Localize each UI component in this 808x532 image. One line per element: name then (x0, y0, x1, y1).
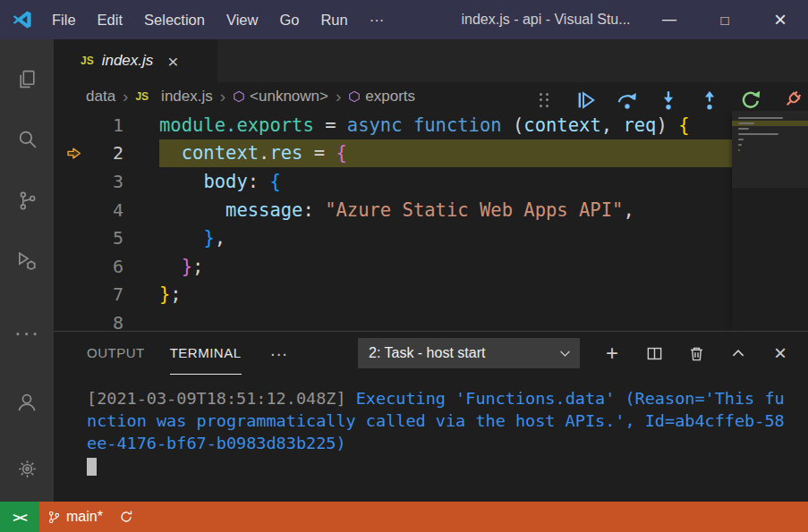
breadcrumb-label: <unknown> (250, 88, 328, 106)
terminal-selector-dropdown[interactable]: 2: Task - host start (358, 338, 580, 368)
menu-go[interactable]: Go (268, 0, 310, 39)
minimize-button[interactable]: — (642, 0, 697, 39)
bottom-panel: OUTPUTTERMINAL ··· 2: Task - host start … (54, 331, 808, 502)
panel-tab-terminal[interactable]: TERMINAL (170, 332, 242, 375)
line-number[interactable]: 4 (91, 199, 123, 221)
remote-indicator[interactable]: >< (0, 502, 39, 532)
minimap-line-bar (738, 117, 783, 120)
new-terminal-icon[interactable]: + (602, 343, 622, 363)
breadcrumb-separator-icon: › (123, 87, 128, 106)
source-control-icon[interactable] (0, 170, 54, 231)
menu-edit[interactable]: Edit (87, 0, 133, 39)
gutter-glyph-margin[interactable] (54, 196, 91, 224)
gutter-glyph-margin[interactable] (54, 308, 91, 331)
kill-terminal-trash-icon[interactable] (686, 343, 706, 363)
breadcrumb-label: index.js (161, 88, 213, 106)
maximize-panel-chevron-icon[interactable] (728, 343, 748, 363)
breadcrumb-item-unknown[interactable]: <unknown> (233, 88, 328, 106)
maximize-button[interactable]: □ (697, 0, 753, 39)
menu-selection[interactable]: Selection (133, 0, 216, 39)
debug-restart-icon[interactable] (740, 89, 761, 111)
gutter-glyph-margin[interactable] (54, 224, 91, 252)
gutter-glyph-margin[interactable] (54, 167, 91, 196)
status-bar: >< main* (0, 502, 808, 532)
line-number[interactable]: 6 (91, 256, 123, 277)
code-editor[interactable]: 1module.exports = async function (contex… (54, 111, 808, 331)
code-line-5[interactable]: 5 }, (54, 224, 808, 252)
line-number[interactable]: 1 (91, 114, 123, 136)
debug-step-out-icon[interactable] (699, 89, 720, 111)
menu-bar: FileEditSelectionViewGoRun··· (41, 0, 395, 39)
terminal-text: ee-4176-bf67-b0983d83b225) (87, 434, 346, 452)
minimap[interactable] (732, 111, 808, 331)
code-line-7[interactable]: 7}; (54, 281, 808, 309)
sync-changes-icon[interactable] (111, 502, 141, 532)
line-number[interactable]: 3 (91, 171, 123, 192)
terminal-text: nction was programmatically called via t… (87, 411, 785, 430)
panel-more-actions-icon[interactable]: ··· (270, 343, 288, 364)
search-icon[interactable] (0, 109, 54, 170)
code-token: = (314, 114, 347, 136)
breadcrumb-item-data[interactable]: data (86, 88, 115, 106)
terminal-line: ee-4176-bf67-b0983d83b225) (87, 432, 808, 454)
code-line-8[interactable]: 8 (54, 308, 808, 331)
menu-view[interactable]: View (216, 0, 268, 39)
code-line-4[interactable]: 4 message: "Azure Static Web Apps API", (54, 196, 808, 224)
code-token: = (302, 142, 336, 164)
breadcrumb-item-exports[interactable]: exports (348, 88, 415, 106)
account-icon[interactable] (0, 369, 54, 435)
minimap-line-bar (738, 144, 742, 147)
menu-run[interactable]: Run (310, 0, 358, 39)
code-token (159, 171, 203, 192)
code-token: res (269, 142, 302, 164)
close-panel-icon[interactable]: × (770, 343, 790, 363)
chevron-down-icon (559, 350, 571, 358)
toolbar-gripper-icon[interactable] (534, 89, 556, 111)
panel-tabs: OUTPUTTERMINAL (87, 332, 267, 375)
panel-tab-output[interactable]: OUTPUT (87, 332, 145, 375)
js-file-icon: JS (135, 90, 149, 103)
code-token: ; (192, 256, 203, 277)
breadcrumb-item-indexjs[interactable]: JSindex.js (135, 88, 212, 106)
line-number[interactable]: 8 (91, 312, 123, 331)
vscode-logo-icon (12, 9, 33, 30)
gutter-glyph-margin[interactable] (54, 111, 91, 139)
explorer-icon[interactable] (0, 48, 54, 109)
code-line-text: body: { (159, 167, 808, 196)
tab-indexjs[interactable]: JS index.js × (54, 39, 217, 82)
gutter-glyph-margin[interactable] (54, 252, 91, 281)
settings-gear-icon[interactable] (0, 435, 54, 502)
debug-continue-icon[interactable] (575, 89, 597, 111)
terminal-output[interactable]: [2021-03-09T18:51:12.048Z] Executing 'Fu… (54, 375, 808, 476)
menu-file[interactable]: File (41, 0, 87, 39)
symbol-namespace-icon (233, 90, 245, 103)
debug-step-into-icon[interactable] (658, 89, 679, 111)
tab-close-icon[interactable]: × (167, 52, 178, 71)
code-token: message (225, 199, 302, 221)
code-line-2[interactable]: 2 context.res = { (54, 139, 808, 168)
debug-current-line-arrow-icon[interactable] (54, 139, 91, 168)
code-line-3[interactable]: 3 body: { (54, 167, 808, 196)
line-number[interactable]: 7 (91, 283, 123, 305)
menu-more[interactable]: ··· (359, 0, 395, 39)
minimap-line-bar (738, 149, 740, 152)
split-terminal-icon[interactable] (644, 343, 664, 363)
more-actions-icon[interactable]: ··· (0, 302, 54, 363)
run-and-debug-icon[interactable] (0, 231, 54, 291)
debug-disconnect-icon[interactable] (781, 89, 803, 111)
minimap-content (732, 111, 808, 158)
git-branch-item[interactable]: main* (39, 502, 111, 532)
debug-step-over-icon[interactable] (617, 89, 638, 111)
code-line-text: }; (159, 252, 808, 281)
branch-name: main* (66, 509, 103, 525)
line-number[interactable]: 5 (91, 227, 123, 249)
code-line-6[interactable]: 6 }; (54, 252, 808, 281)
line-number[interactable]: 2 (91, 142, 123, 164)
code-token: : (302, 199, 325, 221)
breadcrumb-label: exports (365, 88, 415, 106)
code-token: async (347, 114, 403, 136)
terminal-line: [2021-03-09T18:51:12.048Z] Executing 'Fu… (87, 387, 808, 410)
gutter-glyph-margin[interactable] (54, 281, 91, 309)
code-token (159, 256, 182, 277)
close-window-button[interactable]: × (753, 0, 808, 39)
